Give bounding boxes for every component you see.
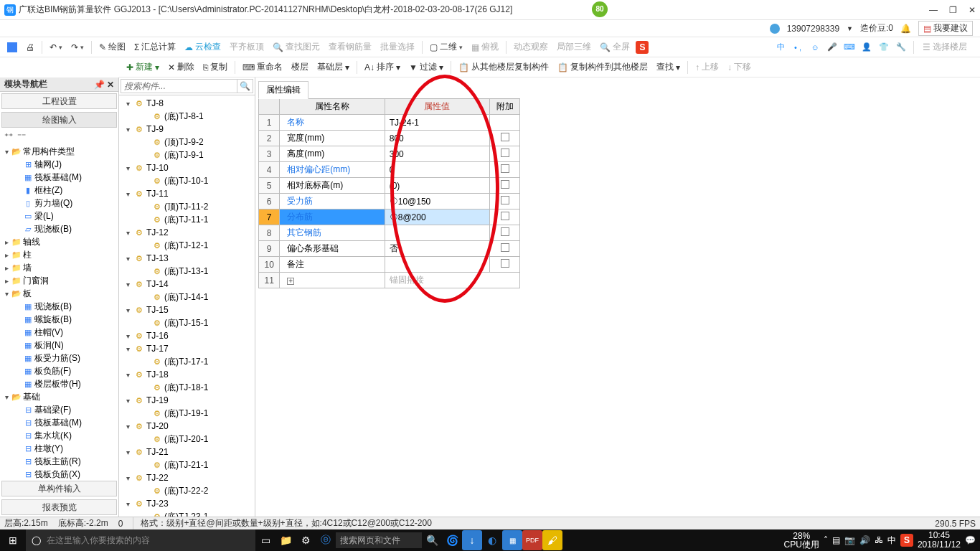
copy-button[interactable]: ⎘ 复制 <box>200 60 230 75</box>
tb-qq-icon[interactable]: ◐ <box>482 530 502 550</box>
action-center-icon[interactable]: 💬 <box>965 535 976 545</box>
move-up-button[interactable]: ↑ 上移 <box>692 60 722 75</box>
search-input[interactable] <box>121 79 237 93</box>
save-button[interactable] <box>4 41 20 54</box>
tb-search-icon[interactable]: 🔍 <box>422 530 442 550</box>
ime-wrench-icon[interactable]: 🔧 <box>895 41 908 54</box>
2d-button[interactable]: ▢ 二维▾ <box>427 39 466 55</box>
floor-label: 楼层 <box>288 60 311 75</box>
tb-paint-icon[interactable]: 🖌 <box>542 530 562 550</box>
websearch-box[interactable]: 搜索网页和文件 <box>336 532 422 548</box>
find-element-button[interactable]: 🔍 查找图元 <box>270 39 323 55</box>
dropdown-icon[interactable]: ▼ <box>847 25 853 32</box>
avatar-icon[interactable] <box>770 24 780 34</box>
window-title: 广联达BIM钢筋算量软件 GGJ2013 - [C:\Users\Adminis… <box>19 4 929 16</box>
start-button[interactable]: ⊞ <box>0 534 26 546</box>
tray-network-icon[interactable]: 🖧 <box>875 535 883 545</box>
task-view-icon[interactable]: ▭ <box>255 530 275 550</box>
fullscreen-button[interactable]: 🔍 全屏 <box>597 39 633 55</box>
taskbar: ⊞ ◯ 在这里输入你要搜索的内容 ▭ 📁 ⚙ ⓔ 搜索网页和文件 🔍 🌀 ↓ ◐… <box>0 529 980 551</box>
filter-button[interactable]: ▼ 过滤▾ <box>406 60 446 75</box>
ime-skin-icon[interactable]: 👕 <box>877 41 890 54</box>
cpu-meter[interactable]: 28%CPU使用 <box>784 532 819 549</box>
sogou-icon[interactable]: S <box>636 41 649 54</box>
ime-emoji-icon[interactable]: ☺ <box>809 41 821 54</box>
ime-strip: 中 • , ☺ 🎤 ⌨ 👤 👕 🔧 ☰ 选择楼层 <box>774 39 976 55</box>
editor-toolbar: ✚ 新建▾ ✕ 删除 ⎘ 复制 ⌨ 重命名 楼层 基础层▾ A↓ 排序▾ ▼ 过… <box>119 57 980 77</box>
ime-zh[interactable]: 中 <box>774 41 787 54</box>
align-top-button[interactable]: 平齐板顶 <box>227 39 267 55</box>
collapse-icon[interactable]: ⁻⁻ <box>17 131 26 141</box>
redo-button[interactable]: ↷▾ <box>68 41 87 54</box>
minimize-button[interactable]: — <box>929 5 938 15</box>
tb-swirl-icon[interactable]: 🌀 <box>442 530 462 550</box>
nav-tree[interactable]: ▾📂常用构件类型⊞轴网(J)▦筏板基础(M)▮框柱(Z)▯剪力墙(Q)▭梁(L)… <box>0 143 118 479</box>
clock[interactable]: 10:452018/11/12 <box>918 531 961 550</box>
nav-panel: 模块导航栏 📌 ✕ 工程设置 绘图输入 ⁺⁺⁻⁻ ▾📂常用构件类型⊞轴网(J)▦… <box>0 77 119 517</box>
batch-select-button[interactable]: 批量选择 <box>377 39 418 55</box>
explorer-icon[interactable]: 📁 <box>275 530 296 550</box>
draw-input-tab[interactable]: 绘图输入 <box>1 112 117 128</box>
tray-stack-icon[interactable]: ▤ <box>832 535 840 545</box>
sort-button[interactable]: A↓ 排序▾ <box>362 60 403 75</box>
tray-up-icon[interactable]: ˄ <box>824 535 828 545</box>
eng-settings-tab[interactable]: 工程设置 <box>1 93 117 109</box>
maximize-button[interactable]: ❐ <box>949 5 957 15</box>
find-button[interactable]: 查找▾ <box>654 60 683 75</box>
edge-icon[interactable]: ⓔ <box>316 530 336 550</box>
close-panel-icon[interactable]: ✕ <box>107 80 114 90</box>
rename-button[interactable]: ⌨ 重命名 <box>240 60 286 75</box>
close-button[interactable]: ✕ <box>969 5 976 15</box>
status-format: 格式：级别+直径@间距或数量+级别+直径，如:4C12或C12@200或C12-… <box>133 517 431 529</box>
system-tray: 28%CPU使用 ˄ ▤ 📷 🔊 🖧 中 S 10:452018/11/12 💬 <box>784 531 980 550</box>
sum-calc-button[interactable]: Σ 汇总计算 <box>131 39 179 55</box>
tray-volume-icon[interactable]: 🔊 <box>859 535 870 545</box>
view-rebar-button[interactable]: 查看钢筋量 <box>326 39 374 55</box>
bell-icon[interactable]: 🔔 <box>900 24 911 34</box>
copy-to-floor-button[interactable]: 📋 复制构件到其他楼层 <box>555 60 651 75</box>
tray-cam-icon[interactable]: 📷 <box>844 535 855 545</box>
tray-ime-zh[interactable]: 中 <box>887 534 896 547</box>
single-input-tab[interactable]: 单构件输入 <box>1 481 117 496</box>
partial-3d-button[interactable]: 局部三维 <box>554 39 594 55</box>
ime-keyboard-icon[interactable]: ⌨ <box>843 41 856 54</box>
search-button[interactable]: 🔍 <box>237 79 253 93</box>
status-bottom-elev: 底标高:-2.2m <box>58 517 108 529</box>
cortana-icon: ◯ <box>32 535 41 545</box>
user-phone[interactable]: 13907298339 <box>787 24 839 34</box>
component-panel: 🔍 ▾⚙TJ-8⚙(底)TJ-8-1▾⚙TJ-9⚙(顶)TJ-9-2⚙(底)TJ… <box>119 77 255 517</box>
property-tab[interactable]: 属性编辑 <box>258 81 308 99</box>
status-fps: 290.5 FPS <box>935 519 976 529</box>
top-view-button[interactable]: ▦ 俯视 <box>468 39 501 55</box>
unknown-app-icon[interactable]: ⚙ <box>296 530 316 550</box>
tb-pdf-icon[interactable]: PDF <box>522 530 542 550</box>
user-bar: 13907298339▼ 造价豆:0 🔔 ▤我要建议 <box>0 20 980 37</box>
draw-button[interactable]: ✎ 绘图 <box>96 39 128 55</box>
pin-icon[interactable]: 📌 <box>94 80 105 90</box>
delete-button[interactable]: ✕ 删除 <box>165 60 197 75</box>
tray-sogou-icon[interactable]: S <box>900 534 913 547</box>
cloud-check-button[interactable]: ☁ 云检查 <box>182 39 224 55</box>
tb-down-icon[interactable]: ↓ <box>462 530 482 550</box>
ime-punct[interactable]: • , <box>791 41 804 54</box>
ime-mic-icon[interactable]: 🎤 <box>826 41 839 54</box>
component-tree[interactable]: ▾⚙TJ-8⚙(底)TJ-8-1▾⚙TJ-9⚙(顶)TJ-9-2⚙(底)TJ-9… <box>119 95 255 517</box>
select-floor-button[interactable]: ☰ 选择楼层 <box>920 39 970 55</box>
new-button[interactable]: ✚ 新建▾ <box>123 60 162 75</box>
nav-header: 模块导航栏 📌 ✕ <box>0 77 118 92</box>
status-zero: 0 <box>118 519 123 529</box>
undo-button[interactable]: ↶▾ <box>47 41 65 54</box>
dynamic-view-button[interactable]: 动态观察 <box>511 39 551 55</box>
expand-icon[interactable]: ⁺⁺ <box>4 131 13 141</box>
print-button[interactable]: 🖨 <box>23 41 37 54</box>
move-down-button[interactable]: ↓ 下移 <box>725 60 754 75</box>
suggest-button[interactable]: ▤我要建议 <box>918 21 973 36</box>
copy-from-floor-button[interactable]: 📋 从其他楼层复制构件 <box>456 60 552 75</box>
ime-user-icon[interactable]: 👤 <box>860 41 873 54</box>
beans-count: 造价豆:0 <box>860 22 893 34</box>
property-table[interactable]: 属性名称属性值附加1名称TJ-24-12宽度(mm)8003高度(mm)3004… <box>258 98 520 288</box>
report-preview-tab[interactable]: 报表预览 <box>1 499 117 515</box>
cortana-search[interactable]: ◯ 在这里输入你要搜索的内容 <box>26 529 255 551</box>
tb-app1-icon[interactable]: ▦ <box>502 530 522 550</box>
baselayer-dropdown[interactable]: 基础层▾ <box>314 60 352 75</box>
